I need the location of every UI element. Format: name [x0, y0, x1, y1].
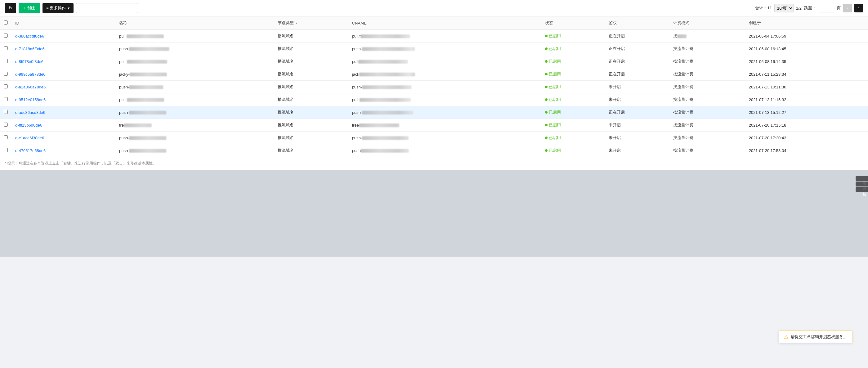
select-all-header[interactable]	[0, 17, 11, 30]
domain-id-link[interactable]: d-adc36acd8de6	[15, 110, 45, 115]
select-all-checkbox[interactable]	[4, 21, 8, 25]
help-button[interactable]: 帮助	[856, 176, 868, 181]
cname-blur	[362, 47, 415, 51]
consult-button[interactable]: 咨询	[856, 182, 868, 186]
more-actions-button[interactable]: ≡ 更多操作 ▾	[42, 3, 73, 13]
table-row: d-adc36acd8de6push-推流域名push-已启用正在开启按流量计费…	[0, 106, 868, 119]
row-status: 已启用	[541, 68, 605, 81]
row-type: 推流域名	[274, 106, 348, 119]
row-name: pull-	[115, 93, 274, 106]
row-billing: 按流量计费	[670, 106, 745, 119]
row-type: 播流域名	[274, 68, 348, 81]
name-blur	[130, 72, 167, 76]
cname-blur	[361, 149, 409, 153]
row-checkbox[interactable]	[4, 59, 8, 63]
cname-blur	[361, 34, 410, 38]
row-billing: 按	[670, 30, 745, 42]
cname-prefix: pull.f	[352, 34, 361, 38]
name-blur	[129, 149, 166, 153]
status-label: 已启用	[549, 33, 561, 38]
domain-id-link[interactable]: d-c1ace6f38de6	[15, 135, 44, 140]
col-cname: CNAME	[348, 17, 541, 30]
row-created: 2021-06-08 16:13:45	[745, 42, 868, 55]
row-checkbox[interactable]	[4, 135, 8, 139]
row-billing: 按流量计费	[670, 93, 745, 106]
row-billing: 按流量计费	[670, 131, 745, 144]
name-prefix: jacky-	[119, 72, 130, 76]
name-prefix: push-	[119, 85, 129, 89]
col-billing: 计费模式	[670, 17, 745, 30]
refresh-button[interactable]: ↻	[5, 3, 16, 13]
domain-id-link[interactable]: d-71818a6f8de6	[15, 47, 45, 51]
per-page-select[interactable]: 10/页 20/页 50/页	[774, 4, 794, 12]
domain-id-link[interactable]: d-999c5a878de6	[15, 72, 45, 76]
row-checkbox[interactable]	[4, 33, 8, 37]
col-created: 创建于	[745, 17, 868, 30]
toolbar: ↻ + 创建 ≡ 更多操作 ▾ 合计：11 10/页 20/页 50/页 1/2…	[0, 0, 868, 17]
row-billing: 按流量计费	[670, 42, 745, 55]
domain-id-link[interactable]: d-380accdf8de6	[15, 34, 44, 38]
col-type[interactable]: 节点类型 ▾	[274, 17, 348, 30]
row-checkbox[interactable]	[4, 110, 8, 114]
status-dot	[545, 86, 548, 88]
next-page-button[interactable]: ›	[854, 4, 863, 12]
row-auth: 未开启	[605, 144, 670, 157]
create-button[interactable]: + 创建	[19, 3, 40, 13]
row-cname: push-	[348, 106, 541, 119]
row-checkbox[interactable]	[4, 97, 8, 101]
more-arrow-icon: ▾	[68, 6, 70, 10]
cname-blur	[362, 111, 413, 115]
row-checkbox-cell	[0, 81, 11, 93]
row-billing: 按流量计费	[670, 144, 745, 157]
row-billing: 按流量计费	[670, 68, 745, 81]
search-input[interactable]	[76, 3, 138, 13]
row-created: 2021-07-13 10:11:30	[745, 81, 868, 93]
status-label: 已启用	[549, 110, 561, 115]
domain-id-link[interactable]: d-470517e58de6	[15, 148, 45, 153]
row-cname: pull	[348, 55, 541, 68]
status-label: 已启用	[549, 46, 561, 51]
name-prefix: push-	[119, 47, 129, 51]
domain-table: ID 名称 节点类型 ▾ CNAME 状态 鉴权 计费模式 创建于 d-380a…	[0, 17, 868, 157]
row-auth: 未开启	[605, 93, 670, 106]
table-row: d-71818a6f8de6push-推流域名push-已启用正在开启按流量计费…	[0, 42, 868, 55]
prev-page-button[interactable]: ‹	[843, 4, 852, 12]
row-id: d-c1ace6f38de6	[11, 131, 115, 144]
row-checkbox[interactable]	[4, 148, 8, 152]
row-type: 推流域名	[274, 131, 348, 144]
status-label: 已启用	[549, 59, 561, 64]
feedback-button[interactable]: 反馈	[856, 187, 868, 192]
domain-id-link[interactable]: d-a2a066a78de6	[15, 85, 45, 89]
row-auth: 正在开启	[605, 30, 670, 42]
row-checkbox[interactable]	[4, 72, 8, 76]
row-id: d-fff13b6d8de6	[11, 119, 115, 131]
row-id: d-adc36acd8de6	[11, 106, 115, 119]
domain-id-link[interactable]: d-9512e0158de6	[15, 97, 45, 102]
row-checkbox[interactable]	[4, 46, 8, 50]
table-row: d-380accdf8de6pull.播流域名pull.f已启用正在开启按202…	[0, 30, 868, 42]
cname-blur	[362, 85, 412, 89]
row-checkbox[interactable]	[4, 84, 8, 88]
table-container: ID 名称 节点类型 ▾ CNAME 状态 鉴权 计费模式 创建于 d-380a…	[0, 17, 868, 157]
row-checkbox[interactable]	[4, 123, 8, 127]
row-status: 已启用	[541, 55, 605, 68]
row-cname: push-	[348, 81, 541, 93]
row-name: pull-	[115, 55, 274, 68]
row-type: 推流域名	[274, 81, 348, 93]
row-checkbox-cell	[0, 55, 11, 68]
name-prefix: pull.	[119, 34, 127, 38]
status-label: 已启用	[549, 123, 561, 127]
billing-blur	[677, 34, 686, 38]
row-type: 推流域名	[274, 144, 348, 157]
row-created: 2021-07-11 15:28:34	[745, 68, 868, 81]
domain-id-link[interactable]: d-fff13b6d8de6	[15, 123, 42, 127]
table-row: d-470517e58de6push-推流域名push已启用未开启按流量计费20…	[0, 144, 868, 157]
page-input[interactable]	[819, 4, 834, 12]
row-checkbox-cell	[0, 30, 11, 42]
name-prefix: fre	[119, 123, 124, 127]
domain-id-link[interactable]: d-8f978e0f8de6	[15, 59, 43, 64]
hint-text: * 提示：可通过在各个资源上点击「右键」来进行常用操作，以及「双击」来修改基本属…	[0, 157, 868, 170]
row-type: 推流域名	[274, 119, 348, 131]
row-created: 2021-06-04 17:06:59	[745, 30, 868, 42]
page-unit: 页	[837, 5, 841, 11]
